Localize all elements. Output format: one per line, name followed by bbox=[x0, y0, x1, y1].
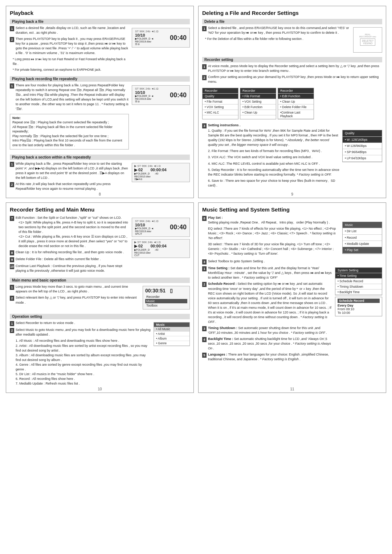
playback-section: Playback Playing back a file 1 Select a … bbox=[6, 6, 194, 198]
recorder-menu-1-quality: Quality bbox=[203, 94, 238, 99]
music-setting-menu: Music • Dir List • Record • Medialib Upd… bbox=[342, 222, 382, 254]
file-display-3: REC0010.wav bbox=[134, 175, 187, 178]
page: Playback Playing back a file 1 Select a … bbox=[0, 0, 392, 399]
recorder-menus-row: Recorder Quality • File Format • VOX Set… bbox=[202, 86, 382, 121]
time-display-1: 00:40 bbox=[170, 34, 187, 42]
delete-file-title: Delete a file bbox=[202, 19, 382, 24]
timing-shutdown-item: 3 Timing Shutdown : Set automatic power … bbox=[202, 326, 332, 335]
music-item-allmusic: • All Music bbox=[154, 327, 189, 332]
delete-image-box: REAL RECORDER wav DELETE?YES/NO bbox=[353, 27, 382, 53]
recorder-menu-3: Recorder • Edit Function • Clean Up • De… bbox=[278, 88, 314, 119]
recorder-menu-3-edit: • Edit Function bbox=[278, 94, 314, 99]
op-item-2: 2 Select Music to goto Music menu ,and y… bbox=[10, 328, 151, 337]
quality-box: Quality • W: 128/160bps • W:128/960bps •… bbox=[342, 130, 382, 162]
recorder-menu-3-continue: •Continue Last Playback bbox=[278, 110, 314, 119]
playback-display-3: ▶ ST 96K 24b ◄1 ◘ ▶ 02 00:00:04 ▶FOLDER_… bbox=[132, 163, 190, 182]
schedule-box: Schedule Record Every Day From 09:10 To … bbox=[335, 297, 382, 316]
play-set-item: 8 Play Set : Setting playing mode ,Repea… bbox=[202, 216, 382, 258]
playing-back-file-title: Playing back a file bbox=[10, 19, 190, 24]
page-num-left: 8 bbox=[99, 192, 101, 196]
playback-item-1: 1 Select a desired file ,details display… bbox=[10, 26, 129, 35]
recorder-main-title: Recorder Setting and Main Menu bbox=[10, 206, 190, 213]
edit-function-item: 7 Edit Function : Set the Split or Cut f… bbox=[10, 216, 129, 249]
quality-item-1: • W: 128/160bps bbox=[343, 137, 382, 143]
track-display-1: 10/10 bbox=[135, 33, 158, 37]
op-item-1: 1 Select Recorder to return to voice mod… bbox=[10, 321, 151, 326]
quality-item-3: • SP:96/64Bbps bbox=[343, 149, 382, 155]
music-item-genre: • Genre bbox=[154, 341, 189, 346]
extra-icons-3: ☰▶A ◘ bbox=[134, 178, 187, 181]
operation-setting-title: Operation setting bbox=[10, 314, 190, 319]
recorder-menu-2: Recorder • File Format • VOX Setting • E… bbox=[240, 88, 276, 119]
main-menu-options: Recorder Music Toolbox bbox=[145, 295, 187, 308]
quality-item-2: • W:128/960bps bbox=[343, 143, 382, 149]
deleting-section: Deleting a File and Recorder Settings De… bbox=[198, 6, 386, 198]
split-file: REC0019.wav bbox=[135, 230, 158, 233]
playing-back-section-title: Playing back a section within a file rep… bbox=[10, 155, 190, 160]
section-item-1: 1 While playing back a file , press Repe… bbox=[10, 161, 129, 180]
page-num-bottom-right: 11 bbox=[290, 387, 294, 391]
backlight-item: 4 Backlight Time : Set automatic shuttin… bbox=[202, 337, 332, 351]
delete-confirm-box: DELETE?YES/NO bbox=[360, 38, 376, 46]
page-num-right: 9 bbox=[291, 192, 293, 196]
playback-display-2: ST 96K 24b ◄1 ◘ 10/10 ▶FOLDER_D ◄ REC001… bbox=[132, 85, 190, 105]
schedule-from: From 09:10 bbox=[338, 307, 380, 311]
menu-option-recorder: Recorder bbox=[145, 295, 187, 299]
music-list-title: Music bbox=[154, 323, 189, 327]
recorder-menu-2-fileformat: • File Format bbox=[240, 94, 276, 99]
track-display-2: 10/10 bbox=[135, 90, 158, 95]
music-system-title: Music Setting and System Setting bbox=[202, 206, 382, 213]
delete-folder-item: 9 Delete Folder File : Delete all files … bbox=[10, 257, 129, 262]
music-menu-medialib: • Medialib Update bbox=[343, 241, 382, 247]
file-display-1: REC0019.wav bbox=[135, 40, 158, 43]
split-folder: ▶FOLDER_D ◄ bbox=[135, 227, 158, 230]
menu-option-music: Music bbox=[145, 299, 187, 303]
cut-file: REC0010.wav bbox=[134, 251, 187, 254]
recorder-menu-2-vox: • VOX Setting bbox=[240, 99, 276, 104]
si-delay: 5. Delay Recorder : It is for recording … bbox=[208, 168, 339, 177]
menu-option-toolbox: Toolbox bbox=[145, 303, 187, 308]
display-icons-1: ST 96K 24b ◄1 ◘ bbox=[135, 30, 158, 33]
music-menu-dirlist: • Dir List bbox=[343, 228, 382, 234]
main-menu-time: 00:30:51 ▯ bbox=[145, 288, 187, 294]
delete-note: * For the Deletion of all files within a… bbox=[202, 37, 350, 41]
file-display-2: REC0019.wav bbox=[135, 98, 158, 100]
split-extra: SPLIT bbox=[135, 233, 158, 235]
system-menu-time: • Time Setting bbox=[335, 273, 382, 279]
display-icons-2: ST 96K 24b ◄1 ◘ bbox=[135, 87, 158, 90]
cut-extra: CUT bbox=[134, 254, 187, 257]
recorder-menu-3-cleanup: • Clean Up bbox=[278, 99, 314, 104]
display-icons-3: ▶ ST 96K 24b ◄1 ◘ bbox=[134, 164, 187, 168]
main-menu-item-1: 1 Long press Mode key more than 3 secs. … bbox=[10, 284, 140, 294]
folder-display-2: ▶FOLDER_D ◄ bbox=[135, 95, 158, 98]
note-earphone: * For private listening, connect an earp… bbox=[10, 67, 129, 72]
time-setting-item: 1 Time Setting : Set date and time for t… bbox=[202, 266, 332, 280]
recorder-main-section: Recorder Setting and Main Menu 7 Edit Fu… bbox=[6, 202, 194, 393]
si-micalc: 4. MIC ALC :The REC LEVEL control is ava… bbox=[208, 161, 339, 166]
recorder-menu-3-title: Recorder bbox=[278, 88, 314, 94]
split-track: 10/10 bbox=[135, 223, 158, 227]
schedule-title: Schedule Record bbox=[338, 299, 380, 303]
music-item-artist: • Artist bbox=[154, 332, 189, 336]
recorder-menu-1-title: Recorder bbox=[203, 88, 238, 94]
section-item-2: 2 At this rate ,it will play back that s… bbox=[10, 182, 129, 191]
split-display: ST 96K 24b ◄1 ◘ 10/10 ▶FOLDER_D ◄ REC001… bbox=[132, 218, 190, 237]
music-list-box: Music • All Music • Artist • Album • Gen… bbox=[154, 322, 190, 346]
recorder-setting-item-1: 1 At voice mode, press Mode key to displ… bbox=[202, 64, 382, 73]
toolbox-item: 3 Select Toolbox to goto System Setting … bbox=[202, 259, 382, 264]
track-display-3: ▶ 02 00:00:04 bbox=[134, 168, 187, 172]
recorder-menu-2-edit: • Edit Function bbox=[240, 104, 276, 110]
music-menu-record: • Record bbox=[343, 235, 382, 241]
si-quality: 1. Quality : If you set the file format … bbox=[208, 128, 339, 147]
repeat-item-1: 1 There are four modes for playing back … bbox=[10, 83, 129, 111]
recorder-menu-2-title: Recorder bbox=[240, 88, 276, 94]
note-fast-forward: * Long press ⏮ or ⏭ key to run Fast Rewi… bbox=[10, 57, 129, 66]
cut-folder: ▶FOLDER_D -40 bbox=[134, 249, 187, 251]
split-time: 00:40 bbox=[170, 223, 187, 231]
playback-title: Playback bbox=[10, 10, 190, 16]
quality-title: Quality bbox=[343, 130, 382, 136]
main-menu-display: 00:30:51 ▯ Recorder Music Toolbox bbox=[143, 286, 190, 309]
delete-item-1: 1 Select a desired file , and press ERAS… bbox=[202, 26, 350, 35]
continue-playback-item: 10 Continue Last Playback : Continue the… bbox=[10, 264, 129, 273]
si-save: 6. Save to : There are two space for you… bbox=[208, 178, 339, 188]
